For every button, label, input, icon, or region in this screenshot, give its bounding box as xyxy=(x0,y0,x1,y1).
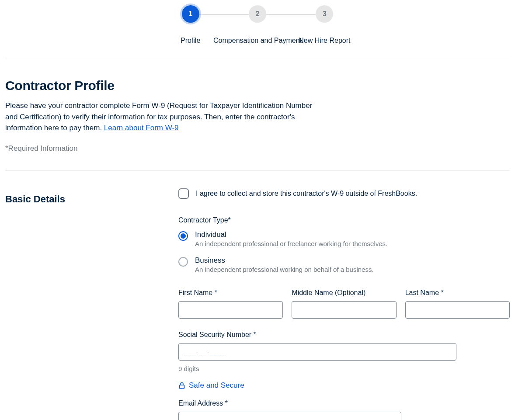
contractor-type-label: Contractor Type* xyxy=(178,216,510,224)
last-name-field: Last Name * xyxy=(405,289,510,319)
ssn-label: Social Security Number * xyxy=(178,331,510,339)
content: Contractor Profile Please have your cont… xyxy=(5,57,510,420)
step-label-1: Profile xyxy=(181,37,200,45)
contractor-type-business-row[interactable]: Business An independent professional wor… xyxy=(178,256,510,273)
middle-name-field: Middle Name (Optional) xyxy=(292,289,396,319)
first-name-field: First Name * xyxy=(178,289,283,319)
basic-details-section: Basic Details I agree to collect and sto… xyxy=(5,171,510,420)
lock-icon xyxy=(178,382,185,389)
svg-rect-0 xyxy=(180,385,184,389)
section-label-col: Basic Details xyxy=(5,188,178,420)
ssn-hint: 9 digits xyxy=(178,365,510,372)
step-compensation[interactable]: 2 Compensation and Payment xyxy=(224,5,291,45)
middle-name-label: Middle Name (Optional) xyxy=(292,289,396,297)
w9-consent-checkbox[interactable] xyxy=(178,188,189,199)
required-note: *Required Information xyxy=(5,144,510,153)
email-field: Email Address * xyxy=(178,399,510,420)
last-name-label: Last Name * xyxy=(405,289,510,297)
contractor-type-individual-row[interactable]: Individual An independent professional o… xyxy=(178,230,510,247)
contractor-type-group: Individual An independent professional o… xyxy=(178,230,510,273)
safe-secure-label: Safe and Secure xyxy=(189,381,244,390)
w9-consent-label: I agree to collect and store this contra… xyxy=(196,190,417,198)
stepper-inner: 1 Profile 2 Compensation and Payment 3 N… xyxy=(157,5,358,45)
intro-text: Please have your contractor complete For… xyxy=(5,100,316,134)
email-input[interactable] xyxy=(178,412,401,420)
step-circle-1: 1 xyxy=(182,5,199,23)
last-name-input[interactable] xyxy=(405,301,510,319)
email-label: Email Address * xyxy=(178,399,510,407)
ssn-input[interactable] xyxy=(178,343,456,361)
radio-business-desc: An independent professional working on b… xyxy=(195,266,374,273)
section-title: Basic Details xyxy=(5,188,178,205)
middle-name-input[interactable] xyxy=(292,301,396,319)
radio-business[interactable] xyxy=(178,257,188,267)
radio-individual-desc: An independent professional or freelance… xyxy=(195,240,387,247)
step-label-2: Compensation and Payment xyxy=(213,37,302,45)
stepper: 1 Profile 2 Compensation and Payment 3 N… xyxy=(5,5,510,57)
step-label-3: New Hire Report xyxy=(299,37,350,45)
radio-individual-text: Individual An independent professional o… xyxy=(195,230,387,247)
name-grid: First Name * Middle Name (Optional) Last… xyxy=(178,289,510,319)
step-circle-2: 2 xyxy=(249,5,266,23)
radio-business-text: Business An independent professional wor… xyxy=(195,256,374,273)
ssn-field: Social Security Number * xyxy=(178,331,510,361)
step-circle-3: 3 xyxy=(316,5,333,23)
safe-secure-link[interactable]: Safe and Secure xyxy=(178,381,244,390)
step-new-hire[interactable]: 3 New Hire Report xyxy=(291,5,358,45)
first-name-label: First Name * xyxy=(178,289,283,297)
page-title: Contractor Profile xyxy=(5,78,510,93)
w9-consent-row: I agree to collect and store this contra… xyxy=(178,188,510,199)
section-body: I agree to collect and store this contra… xyxy=(178,188,510,420)
radio-business-title: Business xyxy=(195,256,374,265)
learn-w9-link[interactable]: Learn about Form W-9 xyxy=(104,124,179,132)
first-name-input[interactable] xyxy=(178,301,283,319)
radio-individual-title: Individual xyxy=(195,230,387,239)
radio-individual[interactable] xyxy=(178,231,188,241)
